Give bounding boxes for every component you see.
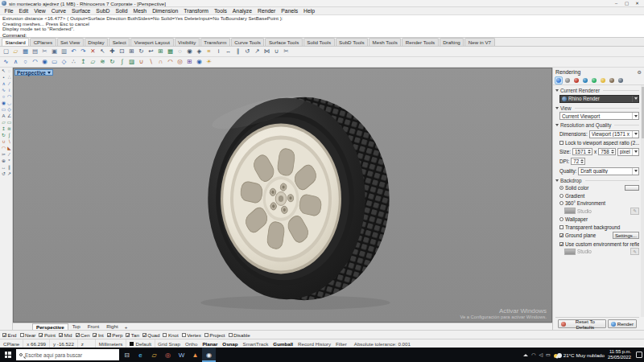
rhino-icon[interactable]: ◉	[202, 348, 216, 362]
gradient-radio[interactable]: Gradient	[559, 193, 639, 199]
toolbar-tab[interactable]: Render Tools	[402, 38, 438, 46]
units-indicator[interactable]: Millimeters	[96, 339, 127, 348]
tab-materials[interactable]	[572, 76, 580, 84]
taskbar-search-input[interactable]: Escribe aquí para buscar	[16, 349, 119, 360]
transparent-background-checkbox[interactable]: Transparent background	[559, 224, 639, 230]
environment-radio[interactable]: 360° Environment	[559, 200, 639, 206]
section-current-renderer[interactable]: Current Renderer	[555, 88, 639, 93]
curve-icon[interactable]: ∿	[2, 58, 10, 67]
redo-icon[interactable]: ↷	[79, 47, 88, 56]
pan-icon[interactable]: ✚	[108, 47, 117, 56]
cage-edit-icon[interactable]: ⊞	[185, 58, 194, 67]
height-input[interactable]: 758	[598, 148, 616, 155]
dimension-icon[interactable]: ∠	[6, 113, 12, 120]
gear-icon[interactable]: ⚙	[638, 69, 642, 75]
extrude-icon[interactable]: ↥	[1, 126, 6, 133]
status-toggle[interactable]: Gumball	[270, 339, 295, 348]
move-icon[interactable]: ↔	[224, 47, 233, 56]
toolbar-tab[interactable]: Display	[85, 38, 108, 46]
point-icon[interactable]: •	[1, 75, 6, 81]
sweep-icon[interactable]: ∫	[6, 133, 12, 139]
fillet-icon[interactable]: ◠	[1, 146, 6, 152]
undo-icon[interactable]: ↶	[69, 47, 78, 56]
osnap-toggle[interactable]: Int	[93, 332, 103, 338]
file-explorer-icon[interactable]: ▱	[147, 348, 161, 362]
lasso-select-icon[interactable]: ◌	[6, 68, 12, 75]
curve-icon[interactable]: ∿	[1, 88, 6, 94]
tab-display[interactable]	[617, 76, 625, 84]
status-toggle[interactable]: Ortho	[183, 339, 200, 348]
tab-rendering[interactable]	[555, 76, 563, 84]
osnap-toggle[interactable]: Project	[204, 332, 225, 338]
show-icon[interactable]: ◉	[185, 47, 194, 56]
edit-environment-button[interactable]	[630, 248, 639, 255]
fillet-edge-icon[interactable]: ◠	[166, 58, 175, 67]
osnap-toggle[interactable]: Knot	[163, 332, 178, 338]
trim-icon[interactable]: ✂	[1, 152, 6, 158]
status-toggle[interactable]: Planar	[200, 339, 220, 348]
polyline-icon[interactable]: ∧	[1, 81, 6, 88]
polyline-icon[interactable]: ∧	[11, 58, 20, 67]
task-view-icon[interactable]: ⊟	[120, 348, 134, 362]
solid-color-radio[interactable]: Solid color	[559, 185, 639, 191]
spinner-arrows-icon[interactable]	[611, 150, 614, 154]
view-select[interactable]: Current Viewport	[559, 112, 639, 120]
select-icon[interactable]: ↖	[98, 47, 107, 56]
loft-icon[interactable]: ≋	[6, 126, 12, 133]
select-arrow-icon[interactable]: ↖	[1, 68, 6, 75]
join-icon[interactable]: ⊕	[1, 158, 6, 165]
boolean-union-icon[interactable]: ∪	[137, 58, 146, 67]
start-button[interactable]	[0, 348, 15, 362]
mirror-icon[interactable]: ⋈	[262, 47, 271, 56]
toolbar-tab[interactable]: SubD Tools	[336, 38, 369, 46]
perspective-viewport[interactable]: Perspective Activar Windows Ve a Configu…	[13, 68, 552, 323]
battery-icon[interactable]: ▭	[546, 352, 551, 357]
boolean-intersect-icon[interactable]: ∩	[156, 58, 165, 67]
hide-icon[interactable]: ◌	[175, 47, 184, 56]
named-views-icon[interactable]: ▦	[166, 47, 175, 56]
layer-indicator[interactable]: Default	[126, 339, 155, 348]
scrollbar-thumb[interactable]	[642, 87, 644, 138]
status-toggle[interactable]: Filter	[333, 339, 349, 348]
maximize-button[interactable]: ▢	[621, 0, 632, 7]
dimensions-select[interactable]: Viewport (1571 x 758)	[589, 130, 639, 138]
boolean-union-icon[interactable]: ∪	[1, 139, 6, 146]
toolbar-tab[interactable]: Curve Tools	[231, 38, 265, 46]
new-file-icon[interactable]: ▢	[2, 47, 10, 56]
backdrop-color-swatch[interactable]	[625, 185, 639, 191]
lock-icon[interactable]: ◈	[195, 47, 204, 56]
tab-sun[interactable]	[599, 76, 607, 84]
save-icon[interactable]: ▦	[21, 47, 30, 56]
edit-environment-button[interactable]	[630, 208, 639, 215]
notifications-icon[interactable]	[636, 352, 642, 358]
tab-texture[interactable]	[590, 76, 598, 84]
join-icon[interactable]: ∪	[272, 47, 281, 56]
section-resolution[interactable]: Resolution and Quality	[555, 122, 639, 128]
current-renderer-select[interactable]: Rhino Render	[559, 95, 639, 103]
rotate-icon[interactable]: ↺	[243, 47, 252, 56]
rectangle-icon[interactable]: ▭	[1, 107, 6, 113]
status-toggle[interactable]: SmartTrack	[241, 339, 271, 348]
dpi-input[interactable]: 72	[571, 158, 585, 165]
polygon-icon[interactable]: ◇	[6, 107, 12, 113]
custom-environment-checkbox[interactable]: Use custom environment for reflecti...	[559, 241, 639, 247]
spinner-arrows-icon[interactable]	[588, 150, 591, 154]
ground-settings-button[interactable]: Settings...	[613, 232, 639, 239]
menu-item[interactable]: File	[2, 8, 16, 14]
toolbar-tab[interactable]: Surface Tools	[265, 38, 302, 46]
open-file-icon[interactable]: ▱	[11, 47, 20, 56]
wallpaper-radio[interactable]: Wallpaper	[559, 216, 639, 222]
osnap-toggle[interactable]: Quad	[142, 332, 160, 338]
plane-icon[interactable]: ▱	[89, 58, 97, 67]
delete-icon[interactable]: ✕	[89, 47, 97, 56]
osnap-toggle[interactable]: Point	[39, 332, 56, 338]
viewport-title-menu[interactable]: Perspective	[14, 69, 53, 76]
conic-icon[interactable]: ◡	[6, 101, 12, 107]
circle-icon[interactable]: ○	[21, 58, 30, 67]
interp-curve-icon[interactable]: ≀	[6, 88, 12, 94]
explode-icon[interactable]: *	[6, 158, 12, 165]
menu-item[interactable]: SubD	[93, 8, 113, 14]
chamfer-icon[interactable]: ◣	[6, 146, 12, 152]
menu-item[interactable]: Transform	[181, 8, 212, 14]
menu-item[interactable]: Analyze	[229, 8, 254, 14]
